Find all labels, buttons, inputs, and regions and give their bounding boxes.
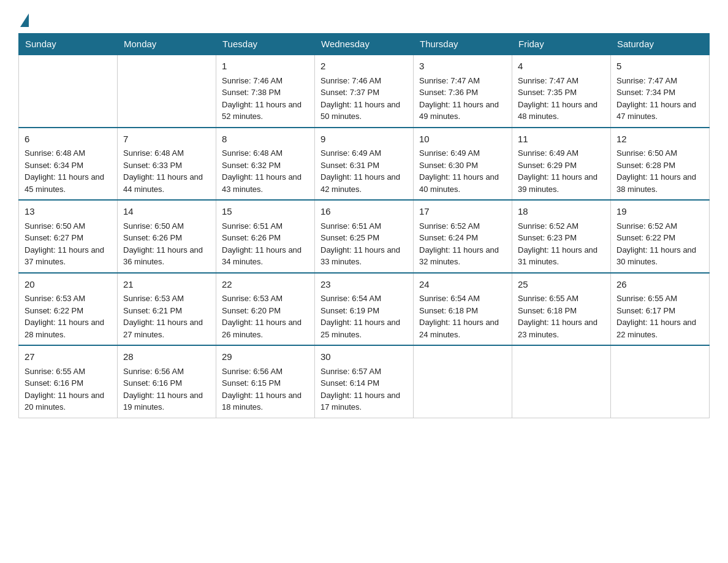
calendar-cell: 18Sunrise: 6:52 AMSunset: 6:23 PMDayligh… xyxy=(512,200,611,273)
sunset-text: Sunset: 7:36 PM xyxy=(419,88,478,97)
sunrise-text: Sunrise: 6:53 AM xyxy=(222,294,282,303)
calendar-cell: 6Sunrise: 6:48 AMSunset: 6:34 PMDaylight… xyxy=(19,128,118,201)
daylight-text: Daylight: 11 hours and 47 minutes. xyxy=(616,100,696,121)
day-number: 13 xyxy=(25,205,112,219)
sunrise-text: Sunrise: 6:53 AM xyxy=(123,294,184,303)
calendar-cell: 24Sunrise: 6:54 AMSunset: 6:18 PMDayligh… xyxy=(414,273,512,346)
daylight-text: Daylight: 11 hours and 26 minutes. xyxy=(222,318,301,339)
sunset-text: Sunset: 6:19 PM xyxy=(320,306,379,315)
daylight-text: Daylight: 11 hours and 44 minutes. xyxy=(123,172,203,194)
sunrise-text: Sunrise: 6:54 AM xyxy=(419,294,480,303)
day-number: 23 xyxy=(320,278,408,292)
sunrise-text: Sunrise: 6:50 AM xyxy=(616,148,677,158)
day-number: 27 xyxy=(25,350,112,364)
daylight-text: Daylight: 11 hours and 22 minutes. xyxy=(616,318,696,339)
sunset-text: Sunset: 6:25 PM xyxy=(320,233,379,242)
day-number: 11 xyxy=(518,132,605,147)
calendar-header: SundayMondayTuesdayWednesdayThursdayFrid… xyxy=(19,34,710,55)
day-number: 17 xyxy=(419,205,506,219)
daylight-text: Daylight: 11 hours and 20 minutes. xyxy=(25,391,104,412)
calendar-cell: 17Sunrise: 6:52 AMSunset: 6:24 PMDayligh… xyxy=(414,200,512,273)
day-number: 18 xyxy=(518,205,605,219)
daylight-text: Daylight: 11 hours and 19 minutes. xyxy=(123,391,203,412)
daylight-text: Daylight: 11 hours and 25 minutes. xyxy=(320,318,400,339)
sunset-text: Sunset: 6:20 PM xyxy=(222,306,281,315)
sunset-text: Sunset: 6:14 PM xyxy=(320,378,379,388)
calendar-cell: 23Sunrise: 6:54 AMSunset: 6:19 PMDayligh… xyxy=(315,273,414,346)
sunrise-text: Sunrise: 6:52 AM xyxy=(616,221,677,231)
daylight-text: Daylight: 11 hours and 31 minutes. xyxy=(518,245,597,267)
day-number: 25 xyxy=(518,278,605,292)
day-number: 7 xyxy=(123,132,210,147)
daylight-text: Daylight: 11 hours and 42 minutes. xyxy=(320,172,400,194)
day-number: 4 xyxy=(518,59,605,74)
sunrise-text: Sunrise: 6:55 AM xyxy=(25,367,85,376)
sunrise-text: Sunrise: 6:49 AM xyxy=(320,148,381,158)
calendar-cell: 13Sunrise: 6:50 AMSunset: 6:27 PMDayligh… xyxy=(19,200,118,273)
sunrise-text: Sunrise: 7:46 AM xyxy=(320,76,381,85)
sunrise-text: Sunrise: 6:51 AM xyxy=(320,221,381,231)
sunrise-text: Sunrise: 6:55 AM xyxy=(518,294,578,303)
daylight-text: Daylight: 11 hours and 23 minutes. xyxy=(518,318,597,339)
daylight-text: Daylight: 11 hours and 30 minutes. xyxy=(616,245,696,267)
sunset-text: Sunset: 6:29 PM xyxy=(518,161,577,170)
day-of-week-header: Sunday xyxy=(19,34,118,55)
daylight-text: Daylight: 11 hours and 39 minutes. xyxy=(518,172,597,194)
calendar-cell: 1Sunrise: 7:46 AMSunset: 7:38 PMDaylight… xyxy=(216,55,315,128)
daylight-text: Daylight: 11 hours and 27 minutes. xyxy=(123,318,203,339)
sunrise-text: Sunrise: 7:47 AM xyxy=(616,76,677,85)
daylight-text: Daylight: 11 hours and 18 minutes. xyxy=(222,391,301,412)
day-number: 12 xyxy=(616,132,703,147)
sunset-text: Sunset: 6:21 PM xyxy=(123,306,182,315)
calendar-cell: 2Sunrise: 7:46 AMSunset: 7:37 PMDaylight… xyxy=(315,55,414,128)
sunrise-text: Sunrise: 7:46 AM xyxy=(222,76,282,85)
sunset-text: Sunset: 7:38 PM xyxy=(222,88,281,97)
calendar-cell: 4Sunrise: 7:47 AMSunset: 7:35 PMDaylight… xyxy=(512,55,611,128)
day-number: 24 xyxy=(419,278,506,292)
calendar-cell: 21Sunrise: 6:53 AMSunset: 6:21 PMDayligh… xyxy=(118,273,216,346)
calendar-cell: 14Sunrise: 6:50 AMSunset: 6:26 PMDayligh… xyxy=(118,200,216,273)
sunset-text: Sunset: 7:37 PM xyxy=(320,88,379,97)
calendar-cell: 3Sunrise: 7:47 AMSunset: 7:36 PMDaylight… xyxy=(414,55,512,128)
logo-triangle-icon xyxy=(20,13,29,27)
day-number: 26 xyxy=(616,278,703,292)
daylight-text: Daylight: 11 hours and 34 minutes. xyxy=(222,245,301,267)
sunrise-text: Sunrise: 7:47 AM xyxy=(518,76,578,85)
sunrise-text: Sunrise: 6:54 AM xyxy=(320,294,381,303)
day-number: 21 xyxy=(123,278,210,292)
sunrise-text: Sunrise: 6:50 AM xyxy=(25,221,85,231)
day-of-week-header: Monday xyxy=(118,34,216,55)
day-of-week-header: Friday xyxy=(512,34,611,55)
sunrise-text: Sunrise: 6:49 AM xyxy=(419,148,480,158)
sunrise-text: Sunrise: 6:50 AM xyxy=(123,221,184,231)
sunset-text: Sunset: 6:16 PM xyxy=(25,378,83,388)
calendar-cell: 15Sunrise: 6:51 AMSunset: 6:26 PMDayligh… xyxy=(216,200,315,273)
sunset-text: Sunset: 6:22 PM xyxy=(616,233,675,242)
sunrise-text: Sunrise: 6:57 AM xyxy=(320,367,381,376)
day-number: 5 xyxy=(616,59,703,74)
calendar-cell: 25Sunrise: 6:55 AMSunset: 6:18 PMDayligh… xyxy=(512,273,611,346)
sunset-text: Sunset: 6:27 PM xyxy=(25,233,83,242)
sunset-text: Sunset: 6:31 PM xyxy=(320,161,379,170)
calendar-week-row: 1Sunrise: 7:46 AMSunset: 7:38 PMDaylight… xyxy=(19,55,710,128)
sunset-text: Sunset: 6:23 PM xyxy=(518,233,577,242)
daylight-text: Daylight: 11 hours and 32 minutes. xyxy=(419,245,499,267)
calendar-cell: 12Sunrise: 6:50 AMSunset: 6:28 PMDayligh… xyxy=(611,128,710,201)
calendar-cell: 16Sunrise: 6:51 AMSunset: 6:25 PMDayligh… xyxy=(315,200,414,273)
calendar-cell: 30Sunrise: 6:57 AMSunset: 6:14 PMDayligh… xyxy=(315,345,414,418)
daylight-text: Daylight: 11 hours and 50 minutes. xyxy=(320,100,400,121)
calendar-cell: 29Sunrise: 6:56 AMSunset: 6:15 PMDayligh… xyxy=(216,345,315,418)
sunset-text: Sunset: 6:26 PM xyxy=(123,233,182,242)
calendar-cell xyxy=(19,55,118,128)
sunset-text: Sunset: 6:24 PM xyxy=(419,233,478,242)
calendar-table: SundayMondayTuesdayWednesdayThursdayFrid… xyxy=(18,33,710,418)
day-number: 14 xyxy=(123,205,210,219)
calendar-cell xyxy=(512,345,611,418)
daylight-text: Daylight: 11 hours and 48 minutes. xyxy=(518,100,597,121)
sunrise-text: Sunrise: 6:48 AM xyxy=(222,148,282,158)
day-number: 15 xyxy=(222,205,309,219)
daylight-text: Daylight: 11 hours and 24 minutes. xyxy=(419,318,499,339)
calendar-cell: 5Sunrise: 7:47 AMSunset: 7:34 PMDaylight… xyxy=(611,55,710,128)
day-number: 9 xyxy=(320,132,408,147)
sunset-text: Sunset: 6:15 PM xyxy=(222,378,281,388)
